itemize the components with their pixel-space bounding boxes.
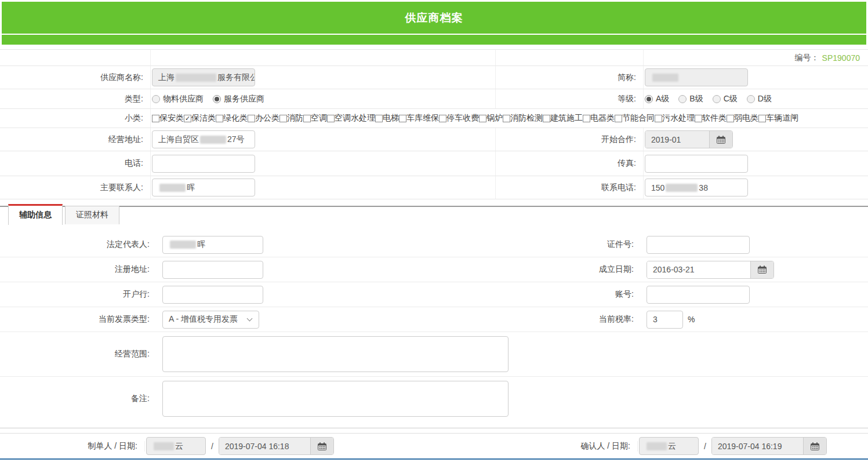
- reg-address-input[interactable]: [162, 261, 263, 279]
- checkbox-option[interactable]: 软件类: [695, 113, 727, 123]
- checkbox-unchecked-icon[interactable]: [439, 115, 446, 122]
- checkbox-option[interactable]: 建筑施工: [543, 113, 583, 123]
- calendar-icon[interactable]: [803, 438, 826, 454]
- contact-phone-input[interactable]: 150 38: [645, 179, 748, 196]
- tax-rate-label: 当前税率:: [496, 307, 641, 332]
- checkbox-unchecked-icon[interactable]: [279, 115, 287, 122]
- calendar-icon[interactable]: [709, 131, 732, 148]
- account-input[interactable]: [647, 286, 750, 304]
- legal-rep-input[interactable]: 晖: [162, 236, 263, 254]
- supplier-name-input[interactable]: 上海 服务有限公: [152, 68, 255, 86]
- invoice-type-select[interactable]: A - 增值税专用发票: [162, 311, 259, 329]
- checkbox-option[interactable]: 电器类: [583, 113, 615, 123]
- checkbox-option[interactable]: 绿化类: [216, 113, 248, 123]
- radio-option-label: 服务供应商: [224, 94, 264, 104]
- radio-checked-icon[interactable]: [645, 95, 653, 103]
- checkbox-unchecked-icon[interactable]: [655, 115, 662, 122]
- tab-aux-info[interactable]: 辅助信息: [8, 204, 63, 225]
- checkbox-option[interactable]: 保洁类: [184, 113, 216, 123]
- confirmer-datepicker[interactable]: 2019-07-04 16:19: [711, 437, 827, 455]
- checkbox-unchecked-icon[interactable]: [695, 115, 702, 122]
- radio-option[interactable]: 物料供应商: [152, 94, 204, 104]
- bank-input[interactable]: [162, 286, 263, 304]
- radio-option-label: 物料供应商: [163, 94, 204, 104]
- radio-unchecked-icon[interactable]: [678, 95, 687, 103]
- creator-datepicker[interactable]: 2019-07-04 16:18: [219, 437, 334, 455]
- checkbox-unchecked-icon[interactable]: [615, 115, 622, 122]
- fax-input[interactable]: [645, 155, 748, 173]
- checkbox-unchecked-icon[interactable]: [375, 115, 383, 122]
- business-scope-textarea[interactable]: [162, 336, 509, 372]
- checkbox-unchecked-icon[interactable]: [583, 115, 590, 122]
- checkbox-option-label: 节能合同: [622, 113, 655, 123]
- checkbox-option-label: 空调: [311, 113, 327, 123]
- checkbox-checked-icon[interactable]: [184, 115, 191, 122]
- business-scope-row: 经营范围:: [0, 332, 868, 377]
- checkbox-unchecked-icon[interactable]: [303, 115, 311, 122]
- phone-input[interactable]: [152, 155, 255, 173]
- checkbox-option[interactable]: 空调: [303, 113, 327, 123]
- checkbox-option[interactable]: 弱电类: [727, 113, 758, 123]
- radio-unchecked-icon[interactable]: [747, 95, 755, 103]
- contact-input[interactable]: 晖: [152, 179, 255, 196]
- radio-checked-icon[interactable]: [213, 95, 221, 103]
- subcategory-label: 小类:: [0, 109, 151, 128]
- founded-datepicker[interactable]: 2016-03-21: [647, 261, 774, 279]
- radio-option[interactable]: C级: [713, 94, 738, 104]
- checkbox-option[interactable]: 空调水处理: [327, 113, 375, 123]
- aux-info-panel: 法定代表人: 晖 证件号: 注册地址: 成立日期: 2016-03-21: [0, 224, 868, 428]
- founded-label: 成立日期:: [496, 257, 641, 282]
- doc-number-label: 编号：: [795, 53, 819, 63]
- checkbox-option[interactable]: 锅炉: [479, 113, 503, 123]
- redacted-text: [154, 442, 174, 450]
- radio-option[interactable]: D级: [747, 94, 772, 104]
- cert-no-input[interactable]: [647, 236, 750, 254]
- legal-rep-label: 法定代表人:: [0, 232, 157, 257]
- checkbox-option[interactable]: 消防检测: [503, 113, 543, 123]
- address-input[interactable]: 上海自贸区 27号: [152, 130, 255, 148]
- checkbox-option[interactable]: 办公类: [248, 113, 279, 123]
- address-row: 经营地址: 上海自贸区 27号 开始合作: 2019-01: [0, 128, 868, 151]
- checkbox-option[interactable]: 电梯: [375, 113, 399, 123]
- checkbox-unchecked-icon[interactable]: [399, 115, 406, 122]
- tab-license-materials[interactable]: 证照材料: [65, 206, 119, 224]
- radio-option[interactable]: B级: [678, 94, 703, 104]
- checkbox-unchecked-icon[interactable]: [248, 115, 255, 122]
- checkbox-option[interactable]: 保安类: [152, 113, 184, 123]
- calendar-icon[interactable]: [750, 261, 773, 278]
- checkbox-option-label: 车库维保: [406, 113, 439, 123]
- bank-row: 开户行: 账号:: [0, 282, 868, 307]
- radio-option[interactable]: A级: [645, 94, 669, 104]
- checkbox-option[interactable]: 污水处理: [655, 113, 695, 123]
- checkbox-unchecked-icon[interactable]: [216, 115, 223, 122]
- phone-label: 电话:: [0, 151, 151, 176]
- creator-name-input[interactable]: 云: [146, 437, 206, 455]
- checkbox-unchecked-icon[interactable]: [327, 115, 335, 122]
- radio-option[interactable]: 服务供应商: [213, 94, 264, 104]
- checkbox-option[interactable]: 车库维保: [399, 113, 439, 123]
- checkbox-option[interactable]: 停车收费: [439, 113, 479, 123]
- remark-textarea[interactable]: [162, 381, 509, 417]
- checkbox-option-label: 车辆道闸: [766, 113, 798, 123]
- tax-rate-input[interactable]: [647, 311, 683, 329]
- checkbox-option[interactable]: 节能合同: [615, 113, 655, 123]
- checkbox-unchecked-icon[interactable]: [152, 115, 159, 122]
- coop-start-datepicker[interactable]: 2019-01: [645, 130, 733, 148]
- doc-number-value: SP190070: [822, 53, 860, 63]
- radio-unchecked-icon[interactable]: [713, 95, 721, 103]
- checkbox-unchecked-icon[interactable]: [727, 115, 734, 122]
- checkbox-unchecked-icon[interactable]: [503, 115, 510, 122]
- checkbox-unchecked-icon[interactable]: [479, 115, 486, 122]
- checkbox-option[interactable]: 消防: [279, 113, 303, 123]
- checkbox-option-label: 消防检测: [510, 113, 543, 123]
- calendar-icon[interactable]: [310, 438, 333, 454]
- checkbox-unchecked-icon[interactable]: [758, 115, 766, 122]
- checkbox-option-label: 保洁类: [191, 113, 216, 123]
- redacted-text: [176, 74, 216, 82]
- checkbox-unchecked-icon[interactable]: [543, 115, 550, 122]
- checkbox-option-label: 消防: [287, 113, 303, 123]
- checkbox-option[interactable]: 车辆道闸: [758, 113, 798, 123]
- confirmer-name-input[interactable]: 云: [639, 437, 699, 455]
- short-name-input[interactable]: [645, 68, 748, 86]
- radio-unchecked-icon[interactable]: [152, 95, 160, 103]
